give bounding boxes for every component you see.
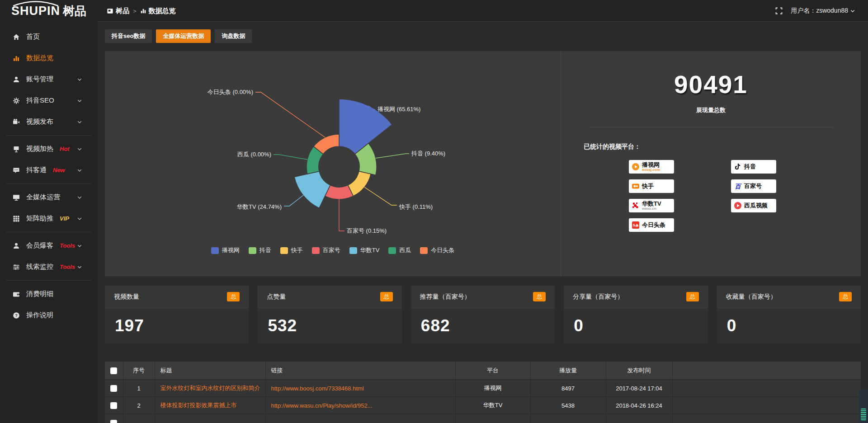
video-url-link[interactable]: http://www.wasu.cn/Play/show/id/952...	[271, 402, 373, 409]
sidebar-item-7[interactable]: 抖客通New	[0, 160, 98, 181]
total-badge[interactable]: 总	[227, 292, 240, 301]
legend-label: 西瓜	[399, 246, 411, 254]
total-badge[interactable]: 总	[686, 292, 699, 301]
sidebar-item-label: 抖音SEO	[26, 96, 54, 105]
stat-card-3: 推荐量（百家号）总682	[411, 286, 555, 343]
platform-badge-name: 今日头条	[642, 222, 665, 228]
wallet-icon	[12, 291, 20, 298]
stat-card-value: 0	[717, 308, 861, 335]
platforms-label: 已统计的视频平台：	[584, 143, 861, 151]
sidebar-item-6[interactable]: 视频加热Hot	[0, 138, 98, 160]
breadcrumb-root[interactable]: 树品	[107, 7, 129, 15]
breadcrumb-separator: >	[133, 8, 137, 14]
sidebar-item-9[interactable]: 矩阵助推VIP	[0, 208, 98, 229]
rose-chart[interactable]: 播视网 (65.61%)抖音 (9.40%)快手 (0.11%)百家号 (0.1…	[105, 51, 561, 245]
tab-2[interactable]: 全媒体运营数据	[156, 29, 211, 43]
breadcrumb: 树品 > 数据总览	[107, 7, 176, 15]
table-row-2: 2楼体投影灯投影效果震撼上市http://www.wasu.cn/Play/sh…	[105, 397, 861, 414]
sidebar-item-13[interactable]: ?操作说明	[0, 305, 98, 326]
legend-swatch-icon	[388, 247, 396, 254]
video-url-link[interactable]: http://www.boosj.com/7338468.html	[271, 385, 364, 392]
platform-badge-今日头条: 头条今日头条	[629, 218, 674, 232]
svg-text:?: ?	[15, 313, 18, 318]
sidebar-item-tag: Tools	[60, 263, 75, 270]
platform-badge-西瓜视频: 西瓜视频	[731, 199, 776, 212]
checkbox[interactable]	[110, 367, 117, 374]
row-empty-cell	[672, 414, 861, 423]
stat-card-4: 分享量（百家号）总0	[564, 286, 708, 343]
chevron-down-icon	[75, 264, 83, 270]
tab-1[interactable]: 抖音seo数据	[105, 29, 152, 43]
row-index: 1	[123, 380, 155, 397]
sidebar-item-1[interactable]: 首页	[0, 26, 98, 47]
sidebar-item-12[interactable]: 消费明细	[0, 283, 98, 305]
help-icon: ?	[12, 312, 20, 319]
sidebar-item-10[interactable]: 会员爆客Tools	[0, 235, 98, 256]
total-badge[interactable]: 总	[839, 292, 852, 301]
platform-badge-快手: 快手	[629, 179, 674, 193]
breadcrumb-current: 数据总览	[140, 7, 176, 15]
douyin-logo	[734, 163, 742, 171]
sidebar-item-label: 全媒体运营	[26, 193, 60, 202]
floating-widget[interactable]	[859, 390, 868, 423]
video-icon	[12, 118, 20, 126]
stat-card-title: 点赞量	[267, 293, 286, 301]
stat-card-5: 收藏量（百家号）总0	[717, 286, 861, 343]
user-menu[interactable]: 用户名：zswodun88	[791, 7, 855, 15]
chevron-down-icon	[75, 98, 83, 103]
sidebar-item-8[interactable]: 全媒体运营	[0, 187, 98, 208]
platform-badge-texts: 西瓜视频	[744, 202, 768, 209]
row-time: 2018-04-26 16:24	[606, 397, 672, 414]
stat-card-title: 分享量（百家号）	[573, 293, 623, 301]
legend-item-播视网[interactable]: 播视网	[211, 246, 240, 254]
app-logo: SHUPIN 树品	[0, 5, 98, 17]
video-title-link[interactable]: 室外水纹灯和室内水纹灯的区别和简介	[160, 385, 260, 391]
label-leader-line	[255, 92, 325, 137]
stat-cards-row: 视频数量总197点赞量总532推荐量（百家号）总682分享量（百家号）总0收藏量…	[105, 286, 861, 343]
grid-icon	[12, 215, 20, 222]
row-empty-cell	[672, 397, 861, 414]
sidebar-item-2[interactable]: 数据总览	[0, 47, 98, 69]
sidebar-item-label: 会员爆客	[26, 241, 53, 250]
row-empty-cell	[530, 414, 606, 423]
videos-table: 序号标题链接平台播放量发布时间 1室外水纹灯和室内水纹灯的区别和简介http:/…	[105, 362, 861, 423]
legend-item-今日头条[interactable]: 今日头条	[420, 246, 454, 254]
sidebar-item-label: 线索监控	[26, 263, 53, 271]
platform-badge-name: 华数TV	[642, 201, 661, 207]
legend-item-西瓜[interactable]: 西瓜	[388, 246, 411, 254]
legend-item-抖音[interactable]: 抖音	[249, 246, 271, 254]
platform-badge-texts: 播视网boosj.com	[642, 162, 660, 172]
legend-item-华数TV[interactable]: 华数TV	[349, 246, 380, 254]
sidebar-item-5[interactable]: 视频发布	[0, 111, 98, 132]
checkbox[interactable]	[110, 420, 117, 423]
pie-label: 华数TV (24.74%)	[237, 203, 282, 210]
svg-text:百: 百	[735, 183, 742, 190]
member-icon	[12, 242, 20, 249]
fullscreen-icon[interactable]	[775, 7, 783, 14]
pie-label: 抖音 (9.40%)	[411, 150, 445, 157]
chevron-down-icon	[75, 77, 83, 82]
monitor-icon	[12, 194, 20, 201]
boosj-logo	[632, 163, 640, 171]
legend-item-百家号[interactable]: 百家号	[312, 246, 340, 254]
sidebar-item-4[interactable]: 抖音SEO	[0, 90, 98, 111]
total-badge[interactable]: 总	[380, 292, 393, 301]
platform-badge-texts: 华数TVwasu.cn	[642, 201, 661, 211]
legend-item-快手[interactable]: 快手	[280, 246, 303, 254]
platform-badge-name: 百家号	[744, 183, 762, 189]
sidebar-item-3[interactable]: 账号管理	[0, 69, 98, 90]
sidebar-item-11[interactable]: 线索监控Tools	[0, 256, 98, 277]
pie-sector-华数TV[interactable]	[294, 171, 330, 208]
table-header-row: 序号标题链接平台播放量发布时间	[105, 362, 861, 380]
stat-card-1: 视频数量总197	[105, 286, 249, 343]
sliders-icon	[12, 263, 20, 271]
platform-badge-texts: 百家号	[744, 183, 762, 189]
tab-3[interactable]: 询盘数据	[215, 29, 252, 43]
video-title-link[interactable]: 楼体投影灯投影效果震撼上市	[160, 402, 237, 409]
pie-label: 快手 (0.11%)	[399, 203, 433, 210]
sidebar-item-label: 数据总览	[26, 54, 53, 62]
total-badge[interactable]: 总	[533, 292, 546, 301]
home-icon	[12, 33, 20, 41]
checkbox[interactable]	[110, 385, 117, 392]
checkbox[interactable]	[110, 402, 117, 409]
